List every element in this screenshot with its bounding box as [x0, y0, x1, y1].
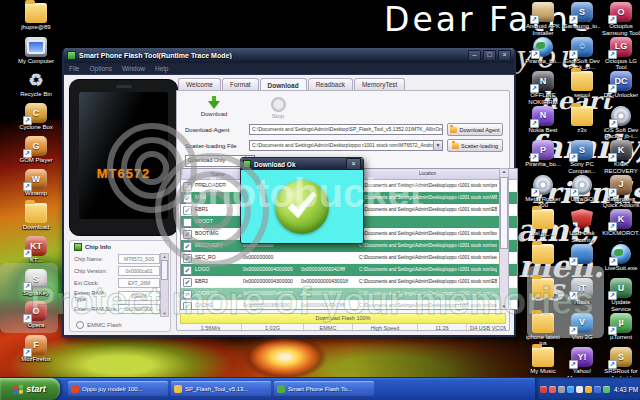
safely-remove-icon[interactable]: [603, 386, 610, 393]
cyclone-box-shortcut[interactable]: C↗Cyclone Box: [15, 103, 57, 131]
update-icon[interactable]: [567, 386, 574, 393]
utorrent-shortcut[interactable]: µ↗µTorrent: [602, 313, 640, 341]
blue-app-shortcut[interactable]: ↗: [563, 244, 601, 265]
vivo-3g-shortcut[interactable]: V↗Vivo 3G: [563, 313, 601, 341]
checkbox-checked-icon[interactable]: ✓: [183, 242, 192, 251]
table-row-android[interactable]: ✓ANDROID0x0000000007e800000x000000003ff7…: [181, 288, 517, 300]
firefox-shortcut[interactable]: F↗MozFirefox: [15, 335, 57, 363]
usb-device-icon[interactable]: [558, 386, 565, 393]
jailbroken-quick-addons-shortcut[interactable]: J↗Jailbroken Quick Addons: [602, 175, 640, 209]
scatter-file-combobox[interactable]: C:\Documents and Settings\Admin\Desktop\…: [249, 140, 443, 151]
sony-pc-companion-shortcut[interactable]: S↗Sony PC Compan...: [563, 140, 601, 174]
minimize-button[interactable]: –: [468, 50, 481, 61]
gom-player-shortcut[interactable]: G↗GOM Player: [15, 136, 57, 164]
volume-icon[interactable]: [576, 386, 583, 393]
usb-disk-security-shortcut[interactable]: ↗USB Disk Security: [563, 209, 601, 243]
dc-unlocker-shortcut[interactable]: DC↗DC-Unlocker: [602, 71, 640, 99]
menu-item-window[interactable]: Window: [122, 65, 145, 72]
android-apk-installer-shortcut[interactable]: ↗Android APK Installer: [524, 2, 562, 36]
menu-item-help[interactable]: Help: [155, 65, 168, 72]
octoplus-samsung-tool-shortcut[interactable]: O↗Octoplus Samsung Tool: [602, 2, 640, 36]
table-row-sec_ro[interactable]: ✓SEC_RO0x000000000C:\Documents and Setti…: [181, 252, 517, 264]
partition-table-scrollbar[interactable]: ▲▼: [499, 168, 509, 310]
dialog-close-button[interactable]: ×: [346, 158, 361, 170]
setool-folder-shortcut[interactable]: setool: [563, 71, 601, 99]
iphone-latest-ios-folder-shortcut[interactable]: iphone latest ios: [524, 313, 562, 347]
update-service-shortcut[interactable]: U↗Update Service: [602, 278, 640, 312]
checkbox-unchecked-icon[interactable]: [183, 218, 192, 227]
dialog-titlebar[interactable]: Download Ok ×: [241, 158, 363, 170]
octopus-lg-tool-shortcut[interactable]: LG↗Octopus LG Tool: [602, 37, 640, 71]
checkbox-checked-icon[interactable]: ✓: [183, 302, 192, 311]
menu-item-options[interactable]: Options: [89, 65, 111, 72]
chevron-down-icon[interactable]: ▼: [433, 141, 442, 150]
my-computer-shortcut[interactable]: My Computer: [15, 37, 57, 65]
z3x-folder-shortcut[interactable]: z3x: [563, 106, 601, 134]
network-icon[interactable]: [594, 386, 601, 393]
ultraiso-shortcut[interactable]: ↗UltraISO: [563, 175, 601, 203]
recycle-bin-shortcut[interactable]: Recycle Bin: [15, 70, 57, 98]
itools-shortcut[interactable]: iT↗iTools: [563, 278, 601, 306]
folder-al-jr-shortcut[interactable]: ..al_jr_...: [524, 209, 562, 237]
checkbox-checked-icon[interactable]: ✓: [183, 254, 192, 263]
shortcut-arrow-icon: ↗: [609, 257, 618, 266]
task-button[interactable]: SP_Flash_Tool_v5.13...: [171, 381, 271, 397]
scatter-loading-button[interactable]: Scatter-loading: [447, 139, 503, 152]
stop-button-label: Stop: [255, 113, 301, 119]
stop-button[interactable]: Stop: [255, 96, 301, 119]
winamp-shortcut[interactable]: W↗Winamp: [15, 169, 57, 197]
security-shield-icon[interactable]: [540, 386, 547, 393]
checkbox-checked-icon[interactable]: ✓: [183, 230, 192, 239]
setool-folder-icon: [571, 71, 593, 91]
chip-info-scrollbar[interactable]: ▲▼: [160, 253, 169, 317]
messenger-icon[interactable]: [585, 386, 592, 393]
download-button[interactable]: Download: [191, 96, 237, 119]
my-music-folder-shortcut[interactable]: My Music: [524, 347, 562, 375]
folder-unnamed2-shortcut[interactable]: [524, 278, 562, 299]
emmc-flash-radio[interactable]: EMMC Flash: [76, 321, 122, 329]
task-button[interactable]: Smart Phone Flash To...: [274, 381, 374, 397]
task-button[interactable]: Oppo joy modelr 100...: [68, 381, 168, 397]
opera-shortcut[interactable]: O↗Opera: [15, 301, 57, 329]
window-titlebar[interactable]: Smart Phone Flash Tool(Runtime Trace Mod…: [64, 48, 514, 63]
checkbox-checked-icon[interactable]: ✓: [183, 194, 192, 203]
offline-nokifirm-shortcut[interactable]: N↗OFFLINE NOKIFIRM: [524, 71, 562, 105]
opera-task-icon: [71, 385, 79, 393]
download-folder-shortcut[interactable]: Download: [15, 203, 57, 231]
checkbox-checked-icon[interactable]: ✓: [183, 290, 192, 299]
phone-preview: MT6572: [69, 79, 178, 236]
checkbox-checked-icon[interactable]: ✓: [183, 266, 192, 275]
window-app-icon: [67, 51, 76, 60]
nokia-best-shortcut[interactable]: N↗Nokia Best: [524, 106, 562, 134]
download-agent-button[interactable]: Download Agent: [447, 123, 503, 136]
table-row-ebr2[interactable]: ✓EBR20x00000000043000000x00000000043001f…: [181, 276, 517, 288]
ios-soft-dev-pack-shortcut[interactable]: ↗iOS Soft Dev Pack + jb-i...: [602, 106, 640, 140]
table-row-logo[interactable]: ✓LOGO0x00000000040000000x000000000042fff…: [181, 264, 517, 276]
metal-rocker-shortcut[interactable]: ↗Metal Rocker 300: [524, 175, 562, 209]
livesuit-shortcut[interactable]: ↗LiveSuit.exe: [602, 244, 640, 272]
heart-icon[interactable]: [549, 386, 556, 393]
iphone-latest-ios-folder-icon: [532, 313, 554, 333]
signakey-shortcut[interactable]: S↗SignaKey: [15, 269, 57, 297]
samsung-tool-shortcut[interactable]: S↗Samsung_to...: [563, 2, 601, 36]
folder-unnamed2-icon: [532, 278, 554, 298]
menu-item-file[interactable]: File: [69, 65, 79, 72]
chip-field-label: Extern RAM Type:: [74, 290, 118, 302]
gsmsoft-dev-pack-shortcut[interactable]: ☺↗GsmSoft Dev Pack_jb...: [563, 37, 601, 71]
piranha-box-shortcut[interactable]: ↗Piranha_bo...: [524, 37, 562, 65]
close-button[interactable]: ×: [498, 50, 511, 61]
start-button[interactable]: start: [0, 378, 60, 400]
table-row-cache[interactable]: ✓CACHE0x000000003ff800000x0000000047d7ff…: [181, 300, 517, 310]
checkbox-checked-icon[interactable]: ✓: [183, 182, 192, 191]
kickmorot-shortcut[interactable]: K↗KICKMOROT...: [602, 209, 640, 243]
download-agent-input[interactable]: C:\Documents and Settings\Admin\Desktop\…: [249, 124, 443, 135]
checkbox-checked-icon[interactable]: ✓: [183, 278, 192, 287]
jhupre-folder-shortcut[interactable]: jhupre@89: [15, 3, 57, 31]
piranha-box2-shortcut[interactable]: P↗Piranha_bo...: [524, 140, 562, 168]
folder-unnamed-shortcut[interactable]: [524, 244, 562, 265]
checkbox-checked-icon[interactable]: ✓: [183, 206, 192, 215]
kick-recovery-shortcut[interactable]: K↗KICK RECOVERY: [602, 140, 640, 174]
kt-tool-shortcut[interactable]: KT↗KT...: [15, 236, 57, 264]
maximize-button[interactable]: □: [483, 50, 496, 61]
desktop-icon-label: Cyclone Box: [15, 124, 57, 131]
